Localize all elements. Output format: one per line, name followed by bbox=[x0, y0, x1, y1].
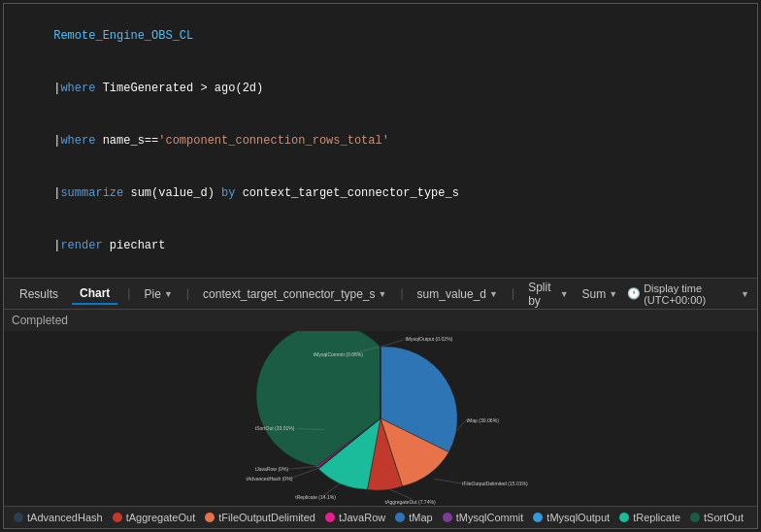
x-axis-dropdown[interactable]: context_target_connector_type_s ▼ bbox=[199, 285, 390, 303]
label-tMap: tMap (30.06%) bbox=[467, 417, 500, 423]
legend-dot-tFileOutputDelimited bbox=[205, 513, 215, 522]
label-tMysqlOutput: tMysqlOutput (0.02%) bbox=[405, 336, 452, 342]
pie-wrapper: tMysqlOutput (0.02%) tMysqlCommit (0.06%… bbox=[4, 331, 757, 506]
query-line-4: |summarize sum(value_d) by context_targe… bbox=[12, 167, 749, 219]
chart-type-label: Pie bbox=[145, 287, 161, 301]
query-area: Remote_Engine_OBS_CL |where TimeGenerate… bbox=[4, 4, 757, 279]
label-tFileOutputDelimited: tFileOutputDelimited (15.01%) bbox=[462, 481, 528, 486]
tab-chart[interactable]: Chart bbox=[72, 283, 117, 305]
legend-item-tMap: tMap bbox=[395, 512, 432, 523]
chevron-down-icon: ▼ bbox=[164, 289, 173, 299]
legend-label-tAdvancedHash: tAdvancedHash bbox=[27, 512, 103, 523]
chevron-down-icon-2: ▼ bbox=[378, 289, 386, 299]
y-axis-dropdown[interactable]: sum_value_d ▼ bbox=[414, 285, 502, 303]
query-line-5: |render piechart bbox=[12, 219, 749, 272]
pie-chart-svg: tMysqlOutput (0.02%) tMysqlCommit (0.06%… bbox=[4, 331, 757, 506]
legend-item-tSortOut: tSortOut bbox=[690, 512, 744, 523]
legend-item-tReplicate: tReplicate bbox=[619, 512, 680, 523]
x-axis-label: context_target_connector_type_s bbox=[203, 287, 375, 301]
legend-dot-tJavaRow bbox=[325, 513, 335, 522]
svg-line-7 bbox=[288, 466, 317, 469]
legend-item-tMysqlOutput: tMysqlOutput bbox=[533, 512, 610, 523]
legend-dot-tSortOut bbox=[690, 513, 700, 522]
display-time[interactable]: 🕐 Display time (UTC+00:00) ▼ bbox=[627, 283, 749, 306]
aggregation-dropdown[interactable]: Sum ▼ bbox=[579, 285, 622, 303]
split-by-label: Split by bbox=[528, 281, 557, 308]
chevron-down-icon-4: ▼ bbox=[560, 289, 569, 299]
chevron-down-icon-6: ▼ bbox=[741, 289, 749, 299]
sep-3: | bbox=[398, 287, 405, 301]
label-tMysqlCommit: tMysqlCommit (0.06%) bbox=[314, 351, 364, 357]
legend-label-tMysqlOutput: tMysqlOutput bbox=[546, 512, 610, 523]
legend-label-tSortOut: tSortOut bbox=[704, 512, 744, 523]
legend-label-tFileOutputDelimited: tFileOutputDelimited bbox=[218, 512, 315, 523]
label-tAdvancedHash: tAdvancedHash (0%) bbox=[247, 476, 293, 482]
legend-dot-tMysqlCommit bbox=[443, 513, 452, 522]
query-line-3: |where name_s=='component_connection_row… bbox=[12, 115, 749, 167]
query-line-2: |where TimeGenerated > ago(2d) bbox=[12, 62, 749, 115]
legend-label-tMysqlCommit: tMysqlCommit bbox=[456, 512, 524, 523]
legend: tAdvancedHash tAggregateOut tFileOutputD… bbox=[4, 506, 757, 528]
clock-icon: 🕐 bbox=[627, 287, 641, 300]
svg-line-0 bbox=[380, 340, 403, 347]
chevron-down-icon-5: ▼ bbox=[609, 289, 617, 299]
legend-item-tFileOutputDelimited: tFileOutputDelimited bbox=[205, 512, 315, 523]
sep-1: | bbox=[125, 287, 132, 301]
legend-item-tJavaRow: tJavaRow bbox=[325, 512, 385, 523]
status-bar: Completed bbox=[4, 310, 757, 331]
chevron-down-icon-3: ▼ bbox=[489, 289, 498, 299]
aggregation-label: Sum bbox=[582, 287, 607, 301]
query-line-1: Remote_Engine_OBS_CL bbox=[12, 10, 749, 62]
legend-dot-tMap bbox=[395, 513, 405, 522]
svg-line-3 bbox=[434, 479, 461, 483]
legend-item-tMysqlCommit: tMysqlCommit bbox=[443, 512, 524, 523]
sep-2: | bbox=[184, 287, 191, 301]
chart-type-dropdown[interactable]: Pie ▼ bbox=[141, 285, 177, 303]
svg-line-4 bbox=[389, 489, 412, 499]
sep-4: | bbox=[510, 287, 516, 301]
legend-label-tAggregateOut: tAggregateOut bbox=[126, 512, 196, 523]
svg-line-6 bbox=[288, 468, 318, 479]
y-axis-label: sum_value_d bbox=[417, 287, 486, 301]
legend-label-tJavaRow: tJavaRow bbox=[339, 512, 385, 523]
label-tAggregateOut: tAggregateOut (7.74%) bbox=[385, 499, 436, 505]
legend-dot-tAggregateOut bbox=[113, 513, 122, 522]
tab-results[interactable]: Results bbox=[12, 284, 66, 304]
display-time-label: Display time (UTC+00:00) bbox=[644, 283, 738, 306]
legend-label-tMap: tMap bbox=[409, 512, 432, 523]
legend-label-tReplicate: tReplicate bbox=[633, 512, 680, 523]
legend-dot-tMysqlOutput bbox=[533, 513, 543, 522]
label-tSortOut: tSortOut (33.01%) bbox=[255, 425, 295, 431]
toolbar: Results Chart | Pie ▼ | context_target_c… bbox=[4, 279, 757, 310]
split-by-dropdown[interactable]: Split by ▼ bbox=[524, 279, 572, 310]
legend-item-tAdvancedHash: tAdvancedHash bbox=[14, 512, 103, 523]
chart-area: tMysqlOutput (0.02%) tMysqlCommit (0.06%… bbox=[4, 331, 757, 506]
label-tReplicate: tReplicate (14.1%) bbox=[295, 494, 336, 500]
label-tJavaRow: tJavaRow (0%) bbox=[255, 466, 289, 472]
legend-item-tAggregateOut: tAggregateOut bbox=[113, 512, 196, 523]
status-text: Completed bbox=[12, 314, 68, 327]
legend-dot-tReplicate bbox=[619, 513, 629, 522]
legend-dot-tAdvancedHash bbox=[14, 513, 23, 522]
main-container: Remote_Engine_OBS_CL |where TimeGenerate… bbox=[3, 3, 758, 529]
